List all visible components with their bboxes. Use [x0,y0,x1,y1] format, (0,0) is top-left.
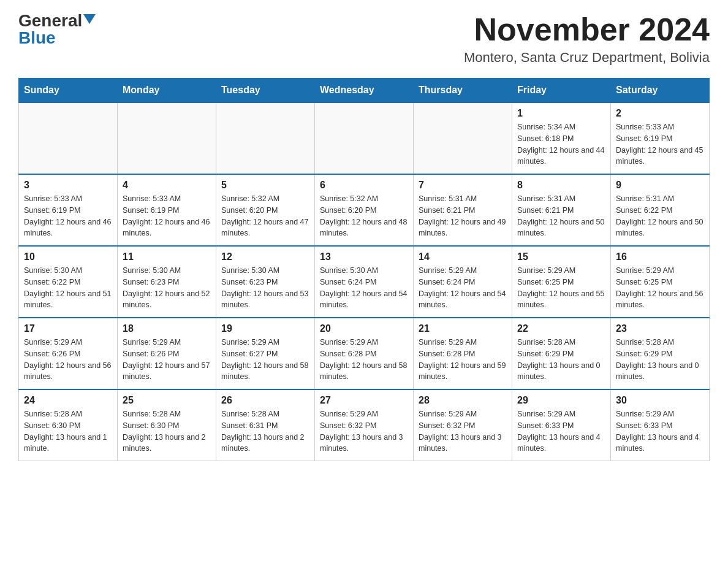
calendar-cell [414,102,512,174]
day-info: Sunrise: 5:29 AMSunset: 6:24 PMDaylight:… [419,265,507,311]
day-number: 5 [221,180,309,191]
day-number: 12 [221,251,309,262]
logo-blue-text: Blue [18,29,96,47]
calendar-row: 17Sunrise: 5:29 AMSunset: 6:26 PMDayligh… [19,318,710,389]
calendar-row: 10Sunrise: 5:30 AMSunset: 6:22 PMDayligh… [19,246,710,318]
day-info: Sunrise: 5:29 AMSunset: 6:32 PMDaylight:… [419,408,507,454]
calendar-cell: 29Sunrise: 5:29 AMSunset: 6:33 PMDayligh… [512,389,611,461]
day-number: 13 [320,251,408,262]
day-number: 28 [419,395,507,406]
day-number: 2 [616,108,704,119]
weekday-header-thursday: Thursday [414,79,512,103]
calendar-cell: 7Sunrise: 5:31 AMSunset: 6:21 PMDaylight… [414,174,512,246]
location-title: Montero, Santa Cruz Department, Bolivia [464,50,710,66]
day-info: Sunrise: 5:29 AMSunset: 6:26 PMDaylight:… [24,337,112,383]
calendar-cell: 14Sunrise: 5:29 AMSunset: 6:24 PMDayligh… [414,246,512,318]
logo-line1: General [18,12,96,29]
calendar-cell: 16Sunrise: 5:29 AMSunset: 6:25 PMDayligh… [611,246,710,318]
calendar-cell: 15Sunrise: 5:29 AMSunset: 6:25 PMDayligh… [512,246,611,318]
calendar-cell: 30Sunrise: 5:29 AMSunset: 6:33 PMDayligh… [611,389,710,461]
calendar-header: SundayMondayTuesdayWednesdayThursdayFrid… [19,79,710,103]
calendar-cell: 2Sunrise: 5:33 AMSunset: 6:19 PMDaylight… [611,102,710,174]
logo-text: General Blue [18,12,96,47]
day-info: Sunrise: 5:30 AMSunset: 6:23 PMDaylight:… [221,265,309,311]
day-number: 8 [517,180,605,191]
title-group: November 2024 Montero, Santa Cruz Depart… [464,12,710,66]
calendar-cell [216,102,315,174]
calendar-cell: 20Sunrise: 5:29 AMSunset: 6:28 PMDayligh… [315,318,414,389]
day-number: 25 [123,395,211,406]
day-info: Sunrise: 5:32 AMSunset: 6:20 PMDaylight:… [320,193,408,239]
day-info: Sunrise: 5:33 AMSunset: 6:19 PMDaylight:… [123,193,211,239]
day-info: Sunrise: 5:31 AMSunset: 6:21 PMDaylight:… [517,193,605,239]
day-info: Sunrise: 5:30 AMSunset: 6:24 PMDaylight:… [320,265,408,311]
day-number: 10 [24,251,112,262]
day-info: Sunrise: 5:29 AMSunset: 6:25 PMDaylight:… [616,265,704,311]
day-number: 6 [320,180,408,191]
day-info: Sunrise: 5:29 AMSunset: 6:32 PMDaylight:… [320,408,408,454]
calendar-cell [118,102,216,174]
day-number: 27 [320,395,408,406]
month-title: November 2024 [464,12,710,47]
day-info: Sunrise: 5:28 AMSunset: 6:29 PMDaylight:… [616,337,704,383]
day-number: 26 [221,395,309,406]
day-info: Sunrise: 5:29 AMSunset: 6:28 PMDaylight:… [320,337,408,383]
calendar-cell: 18Sunrise: 5:29 AMSunset: 6:26 PMDayligh… [118,318,216,389]
day-info: Sunrise: 5:29 AMSunset: 6:27 PMDaylight:… [221,337,309,383]
day-number: 30 [616,395,704,406]
calendar-cell: 21Sunrise: 5:29 AMSunset: 6:28 PMDayligh… [414,318,512,389]
day-number: 11 [123,251,211,262]
calendar-cell: 13Sunrise: 5:30 AMSunset: 6:24 PMDayligh… [315,246,414,318]
day-info: Sunrise: 5:29 AMSunset: 6:26 PMDaylight:… [123,337,211,383]
calendar-cell: 8Sunrise: 5:31 AMSunset: 6:21 PMDaylight… [512,174,611,246]
day-number: 9 [616,180,704,191]
weekday-header-saturday: Saturday [611,79,710,103]
calendar-cell: 19Sunrise: 5:29 AMSunset: 6:27 PMDayligh… [216,318,315,389]
day-info: Sunrise: 5:31 AMSunset: 6:21 PMDaylight:… [419,193,507,239]
calendar-row: 3Sunrise: 5:33 AMSunset: 6:19 PMDaylight… [19,174,710,246]
weekday-header-monday: Monday [118,79,216,103]
calendar-cell: 3Sunrise: 5:33 AMSunset: 6:19 PMDaylight… [19,174,118,246]
calendar-cell: 1Sunrise: 5:34 AMSunset: 6:18 PMDaylight… [512,102,611,174]
day-number: 14 [419,251,507,262]
calendar-cell: 24Sunrise: 5:28 AMSunset: 6:30 PMDayligh… [19,389,118,461]
day-info: Sunrise: 5:29 AMSunset: 6:33 PMDaylight:… [517,408,605,454]
page-header: General Blue November 2024 Montero, Sant… [18,12,710,66]
day-info: Sunrise: 5:32 AMSunset: 6:20 PMDaylight:… [221,193,309,239]
day-info: Sunrise: 5:28 AMSunset: 6:31 PMDaylight:… [221,408,309,454]
day-info: Sunrise: 5:28 AMSunset: 6:30 PMDaylight:… [24,408,112,454]
day-number: 1 [517,108,605,119]
day-number: 20 [320,323,408,334]
day-info: Sunrise: 5:30 AMSunset: 6:22 PMDaylight:… [24,265,112,311]
day-info: Sunrise: 5:28 AMSunset: 6:30 PMDaylight:… [123,408,211,454]
calendar-cell: 23Sunrise: 5:28 AMSunset: 6:29 PMDayligh… [611,318,710,389]
logo-general-text: General [18,12,82,29]
day-number: 23 [616,323,704,334]
logo-triangle-icon [83,14,96,24]
calendar-cell: 6Sunrise: 5:32 AMSunset: 6:20 PMDaylight… [315,174,414,246]
day-info: Sunrise: 5:29 AMSunset: 6:28 PMDaylight:… [419,337,507,383]
calendar-cell [19,102,118,174]
day-info: Sunrise: 5:33 AMSunset: 6:19 PMDaylight:… [24,193,112,239]
weekday-header-friday: Friday [512,79,611,103]
calendar-cell: 28Sunrise: 5:29 AMSunset: 6:32 PMDayligh… [414,389,512,461]
day-number: 24 [24,395,112,406]
calendar-cell: 22Sunrise: 5:28 AMSunset: 6:29 PMDayligh… [512,318,611,389]
day-number: 7 [419,180,507,191]
calendar-row: 1Sunrise: 5:34 AMSunset: 6:18 PMDaylight… [19,102,710,174]
weekday-header-wednesday: Wednesday [315,79,414,103]
calendar-body: 1Sunrise: 5:34 AMSunset: 6:18 PMDaylight… [19,102,710,461]
day-info: Sunrise: 5:33 AMSunset: 6:19 PMDaylight:… [616,121,704,167]
calendar-cell: 27Sunrise: 5:29 AMSunset: 6:32 PMDayligh… [315,389,414,461]
day-number: 18 [123,323,211,334]
day-info: Sunrise: 5:31 AMSunset: 6:22 PMDaylight:… [616,193,704,239]
day-number: 16 [616,251,704,262]
calendar-cell: 4Sunrise: 5:33 AMSunset: 6:19 PMDaylight… [118,174,216,246]
day-info: Sunrise: 5:29 AMSunset: 6:33 PMDaylight:… [616,408,704,454]
day-info: Sunrise: 5:28 AMSunset: 6:29 PMDaylight:… [517,337,605,383]
day-number: 29 [517,395,605,406]
weekday-header-tuesday: Tuesday [216,79,315,103]
day-number: 3 [24,180,112,191]
calendar-row: 24Sunrise: 5:28 AMSunset: 6:30 PMDayligh… [19,389,710,461]
weekday-header-row: SundayMondayTuesdayWednesdayThursdayFrid… [19,79,710,103]
